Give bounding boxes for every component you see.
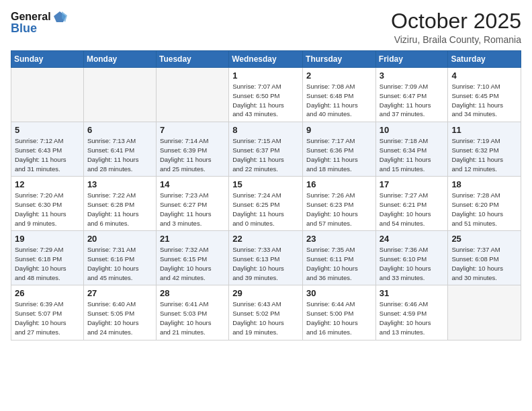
day-number: 21 [160,234,225,244]
day-number: 18 [451,179,517,189]
day-info: Sunrise: 6:41 AM Sunset: 5:03 PM Dayligh… [160,300,225,336]
day-info: Sunrise: 7:17 AM Sunset: 6:36 PM Dayligh… [306,136,372,173]
day-info: Sunrise: 7:28 AM Sunset: 6:20 PM Dayligh… [451,191,517,228]
day-info: Sunrise: 7:33 AM Sunset: 6:13 PM Dayligh… [232,245,299,282]
location: Viziru, Braila County, Romania [391,34,521,45]
day-cell-0-6: 4Sunrise: 7:10 AM Sunset: 6:45 PM Daylig… [448,68,521,122]
day-info: Sunrise: 7:19 AM Sunset: 6:32 PM Dayligh… [451,136,517,173]
day-cell-2-4: 16Sunrise: 7:26 AM Sunset: 6:23 PM Dayli… [303,177,376,231]
day-cell-4-6 [448,285,521,340]
day-cell-1-1: 6Sunrise: 7:13 AM Sunset: 6:41 PM Daylig… [83,122,156,177]
day-info: Sunrise: 7:23 AM Sunset: 6:27 PM Dayligh… [160,191,225,228]
day-number: 24 [380,234,445,244]
day-number: 27 [87,288,152,298]
day-info: Sunrise: 7:18 AM Sunset: 6:34 PM Dayligh… [380,136,445,173]
day-info: Sunrise: 6:43 AM Sunset: 5:02 PM Dayligh… [232,300,299,336]
day-cell-4-0: 26Sunrise: 6:39 AM Sunset: 5:07 PM Dayli… [11,285,84,340]
day-number: 6 [87,125,152,135]
day-info: Sunrise: 7:26 AM Sunset: 6:23 PM Dayligh… [306,191,372,228]
day-cell-1-2: 7Sunrise: 7:14 AM Sunset: 6:39 PM Daylig… [156,122,228,177]
week-row-3: 19Sunrise: 7:29 AM Sunset: 6:18 PM Dayli… [11,231,521,285]
day-number: 30 [306,288,372,298]
day-number: 14 [160,179,225,189]
day-info: Sunrise: 7:35 AM Sunset: 6:11 PM Dayligh… [306,245,372,282]
page: General Blue October 2025 Viziru, Braila… [0,0,532,411]
day-number: 23 [306,234,372,244]
day-info: Sunrise: 7:08 AM Sunset: 6:48 PM Dayligh… [306,82,372,119]
day-cell-3-1: 20Sunrise: 7:31 AM Sunset: 6:16 PM Dayli… [83,231,156,285]
week-row-0: 1Sunrise: 7:07 AM Sunset: 6:50 PM Daylig… [11,68,521,122]
day-info: Sunrise: 7:24 AM Sunset: 6:25 PM Dayligh… [232,191,299,228]
month-title: October 2025 [391,9,521,33]
day-number: 13 [87,179,152,189]
day-number: 25 [451,234,517,244]
day-cell-3-6: 25Sunrise: 7:37 AM Sunset: 6:08 PM Dayli… [448,231,521,285]
day-cell-2-1: 13Sunrise: 7:22 AM Sunset: 6:28 PM Dayli… [83,177,156,231]
day-number: 22 [232,234,299,244]
day-cell-2-3: 15Sunrise: 7:24 AM Sunset: 6:25 PM Dayli… [229,177,303,231]
day-cell-3-5: 24Sunrise: 7:36 AM Sunset: 6:10 PM Dayli… [375,231,448,285]
day-info: Sunrise: 7:22 AM Sunset: 6:28 PM Dayligh… [87,191,152,228]
day-info: Sunrise: 7:13 AM Sunset: 6:41 PM Dayligh… [87,136,152,173]
day-cell-1-4: 9Sunrise: 7:17 AM Sunset: 6:36 PM Daylig… [303,122,376,177]
day-number: 26 [15,288,80,298]
header-sunday: Sunday [11,51,84,68]
day-cell-1-0: 5Sunrise: 7:12 AM Sunset: 6:43 PM Daylig… [11,122,84,177]
day-cell-0-5: 3Sunrise: 7:09 AM Sunset: 6:47 PM Daylig… [375,68,448,122]
day-cell-0-2 [156,68,228,122]
day-info: Sunrise: 7:07 AM Sunset: 6:50 PM Dayligh… [232,82,299,119]
day-cell-3-2: 21Sunrise: 7:32 AM Sunset: 6:15 PM Dayli… [156,231,228,285]
day-cell-3-3: 22Sunrise: 7:33 AM Sunset: 6:13 PM Dayli… [229,231,303,285]
day-cell-1-5: 10Sunrise: 7:18 AM Sunset: 6:34 PM Dayli… [375,122,448,177]
day-number: 3 [380,71,445,81]
day-cell-1-3: 8Sunrise: 7:15 AM Sunset: 6:37 PM Daylig… [229,122,303,177]
day-number: 20 [87,234,152,244]
day-info: Sunrise: 7:14 AM Sunset: 6:39 PM Dayligh… [160,136,225,173]
day-cell-2-2: 14Sunrise: 7:23 AM Sunset: 6:27 PM Dayli… [156,177,228,231]
header-thursday: Thursday [303,51,376,68]
day-cell-4-4: 30Sunrise: 6:44 AM Sunset: 5:00 PM Dayli… [303,285,376,340]
day-number: 1 [232,71,299,81]
header-wednesday: Wednesday [229,51,303,68]
day-cell-2-6: 18Sunrise: 7:28 AM Sunset: 6:20 PM Dayli… [448,177,521,231]
day-info: Sunrise: 6:39 AM Sunset: 5:07 PM Dayligh… [15,300,80,336]
day-info: Sunrise: 7:36 AM Sunset: 6:10 PM Dayligh… [380,245,445,282]
day-info: Sunrise: 6:40 AM Sunset: 5:05 PM Dayligh… [87,300,152,336]
day-cell-0-3: 1Sunrise: 7:07 AM Sunset: 6:50 PM Daylig… [229,68,303,122]
calendar: Sunday Monday Tuesday Wednesday Thursday… [11,50,521,340]
day-info: Sunrise: 7:37 AM Sunset: 6:08 PM Dayligh… [451,245,517,282]
title-block: October 2025 Viziru, Braila County, Roma… [391,9,521,45]
header-friday: Friday [375,51,448,68]
day-info: Sunrise: 6:44 AM Sunset: 5:00 PM Dayligh… [306,300,372,336]
day-cell-4-5: 31Sunrise: 6:46 AM Sunset: 4:59 PM Dayli… [375,285,448,340]
day-cell-4-2: 28Sunrise: 6:41 AM Sunset: 5:03 PM Dayli… [156,285,228,340]
day-cell-0-1 [83,68,156,122]
day-cell-3-0: 19Sunrise: 7:29 AM Sunset: 6:18 PM Dayli… [11,231,84,285]
day-number: 4 [451,71,517,81]
day-cell-2-0: 12Sunrise: 7:20 AM Sunset: 6:30 PM Dayli… [11,177,84,231]
day-info: Sunrise: 6:46 AM Sunset: 4:59 PM Dayligh… [380,300,445,336]
day-number: 11 [451,125,517,135]
weekday-header-row: Sunday Monday Tuesday Wednesday Thursday… [11,51,521,68]
day-number: 7 [160,125,225,135]
day-info: Sunrise: 7:31 AM Sunset: 6:16 PM Dayligh… [87,245,152,282]
day-number: 31 [380,288,445,298]
day-info: Sunrise: 7:27 AM Sunset: 6:21 PM Dayligh… [380,191,445,228]
day-cell-1-6: 11Sunrise: 7:19 AM Sunset: 6:32 PM Dayli… [448,122,521,177]
day-number: 15 [232,179,299,189]
header-monday: Monday [83,51,156,68]
day-number: 10 [380,125,445,135]
day-info: Sunrise: 7:15 AM Sunset: 6:37 PM Dayligh… [232,136,299,173]
day-number: 19 [15,234,80,244]
week-row-1: 5Sunrise: 7:12 AM Sunset: 6:43 PM Daylig… [11,122,521,177]
day-cell-0-0 [11,68,84,122]
day-info: Sunrise: 7:29 AM Sunset: 6:18 PM Dayligh… [15,245,80,282]
header-tuesday: Tuesday [156,51,228,68]
day-number: 16 [306,179,372,189]
day-cell-2-5: 17Sunrise: 7:27 AM Sunset: 6:21 PM Dayli… [375,177,448,231]
week-row-2: 12Sunrise: 7:20 AM Sunset: 6:30 PM Dayli… [11,177,521,231]
header: General Blue October 2025 Viziru, Braila… [11,9,521,45]
header-saturday: Saturday [448,51,521,68]
day-info: Sunrise: 7:09 AM Sunset: 6:47 PM Dayligh… [380,82,445,119]
day-number: 29 [232,288,299,298]
